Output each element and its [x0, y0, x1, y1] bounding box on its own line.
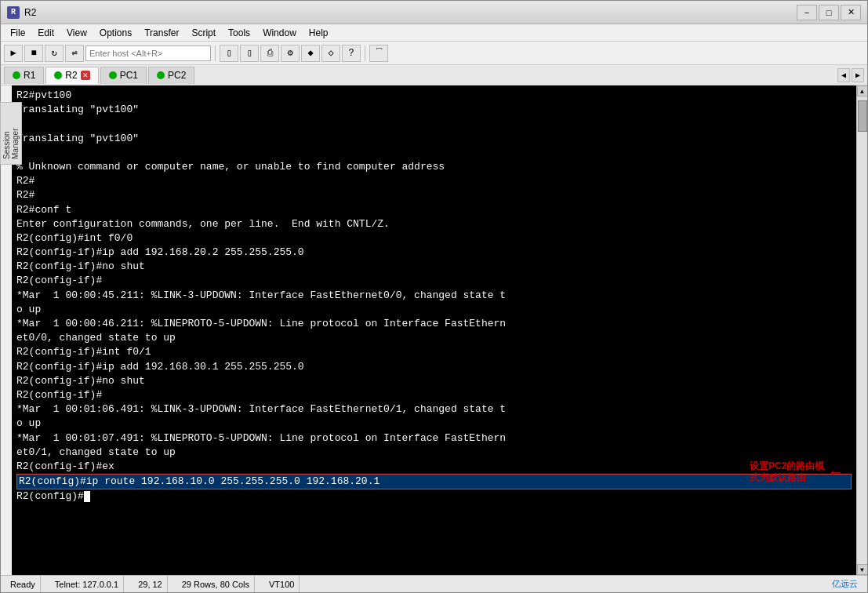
window-controls: − □ ✕ [797, 5, 861, 20]
tab-pc2-label: PC2 [168, 70, 186, 81]
window-title: R2 [24, 7, 797, 18]
host-input[interactable] [85, 45, 211, 61]
toolbar-help[interactable]: ? [342, 45, 361, 62]
toolbar-settings[interactable]: ⚙ [281, 45, 300, 62]
status-rows-cols-text: 29 Rows, 80 Cols [182, 580, 249, 589]
status-logo-text: 亿远云 [832, 578, 858, 590]
terminal-line-22: *Mar 1 00:01:06.491: %LINK-3-UPDOWN: Int… [16, 402, 852, 417]
menu-tools[interactable]: Tools [222, 26, 256, 40]
toolbar-keymap[interactable]: ⎴ [369, 45, 388, 62]
status-vt-text: VT100 [269, 580, 294, 589]
terminal-line-1: Translating "pvt100" [16, 103, 852, 117]
toolbar-button-2[interactable]: ■ [24, 45, 43, 62]
scrollbar-thumb[interactable] [858, 100, 867, 132]
status-position: 29, 12 [133, 576, 168, 592]
terminal-line-27: R2(config)#ip route 192.168.10.0 255.255… [16, 474, 852, 489]
menu-help[interactable]: Help [303, 26, 335, 40]
cursor [84, 491, 90, 502]
tab-pc1-status-icon [109, 71, 117, 79]
toolbar-button-reconnect[interactable]: ⇌ [65, 45, 84, 62]
minimize-button[interactable]: − [797, 5, 817, 20]
terminal-line-18: R2(config-if)#int f0/1 [16, 345, 852, 359]
terminal-line-0: R2#pvt100 [16, 89, 852, 103]
vertical-scrollbar[interactable]: ▲ ▼ [856, 85, 867, 575]
toolbar: ▶ ■ ↻ ⇌ ▯ ▯ ⎙ ⚙ ◆ ◇ ? ⎴ [1, 42, 867, 65]
terminal-line-13: R2(config-if)# [16, 274, 852, 288]
tab-r2-close-icon[interactable]: ✕ [81, 71, 90, 80]
terminal-line-20: R2(config-if)#no shut [16, 374, 852, 388]
scrollbar-track[interactable] [857, 96, 868, 564]
menu-script[interactable]: Script [185, 26, 222, 40]
tab-navigation: ◀ ▶ [837, 68, 864, 82]
annotation-text: 设置PC2的路由模式为默认路由 [750, 460, 828, 485]
status-ready-text: Ready [10, 580, 35, 589]
terminal-line-15: o up [16, 303, 852, 317]
terminal-line-17: et0/0, changed state to up [16, 331, 852, 345]
menu-edit[interactable]: Edit [31, 26, 60, 40]
terminal-line-3: Translating "pvt100" [16, 132, 852, 146]
terminal-line-11: R2(config-if)#ip add 192.168.20.2 255.25… [16, 246, 852, 260]
terminal-area[interactable]: R2#pvt100 Translating "pvt100" Translati… [12, 85, 856, 575]
toolbar-separator-1 [215, 45, 216, 61]
terminal-line-4 [16, 146, 852, 160]
menu-file[interactable]: File [4, 26, 31, 40]
terminal-line-16: *Mar 1 00:00:46.211: %LINEPROTO-5-UPDOWN… [16, 317, 852, 331]
terminal-line-9: Enter configuration commands, one per li… [16, 217, 852, 231]
tab-nav-left[interactable]: ◀ [837, 68, 850, 82]
terminal-line-14: *Mar 1 00:00:45.211: %LINK-3-UPDOWN: Int… [16, 289, 852, 303]
close-button[interactable]: ✕ [841, 5, 861, 20]
session-manager-tab[interactable]: Session Manager [1, 102, 22, 165]
toolbar-paste[interactable]: ▯ [240, 45, 259, 62]
tab-pc1-label: PC1 [120, 70, 138, 81]
toolbar-connect[interactable]: ◆ [301, 45, 320, 62]
menu-options[interactable]: Options [93, 26, 138, 40]
tabs-bar: R1 R2 ✕ PC1 PC2 ◀ ▶ [1, 65, 867, 85]
toolbar-button-1[interactable]: ▶ [4, 45, 23, 62]
tab-pc2-status-icon [157, 71, 165, 79]
status-ready: Ready [5, 576, 41, 592]
toolbar-copy[interactable]: ▯ [220, 45, 238, 62]
toolbar-button-3[interactable]: ↻ [45, 45, 64, 62]
tab-pc2[interactable]: PC2 [148, 67, 194, 84]
status-telnet: Telnet: 127.0.0.1 [50, 576, 124, 592]
tab-r2-status-icon [54, 71, 62, 79]
terminal-line-6: R2# [16, 174, 852, 188]
terminal-line-12: R2(config-if)#no shut [16, 260, 852, 274]
tab-r2-label: R2 [65, 70, 77, 81]
toolbar-separator-2 [365, 45, 365, 61]
scrollbar-down-button[interactable]: ▼ [857, 564, 868, 575]
terminal-line-10: R2(config)#int f0/0 [16, 231, 852, 246]
annotation-arrow-icon: ← [831, 464, 841, 482]
tab-nav-right[interactable]: ▶ [852, 68, 864, 82]
maximize-button[interactable]: □ [819, 5, 839, 20]
terminal-line-24: *Mar 1 00:01:07.491: %LINEPROTO-5-UPDOWN… [16, 431, 852, 446]
status-position-text: 29, 12 [138, 580, 162, 589]
terminal-line-23: o up [16, 417, 852, 431]
scrollbar-up-button[interactable]: ▲ [857, 85, 868, 96]
tab-r1[interactable]: R1 [4, 67, 44, 84]
terminal-line-21: R2(config-if)# [16, 388, 852, 402]
tab-pc1[interactable]: PC1 [100, 67, 147, 84]
terminal-line-25: et0/1, changed state to up [16, 446, 852, 460]
status-telnet-text: Telnet: 127.0.0.1 [55, 580, 118, 589]
terminal-line-2 [16, 117, 852, 131]
menu-view[interactable]: View [60, 26, 93, 40]
terminal-line-19: R2(config-if)#ip add 192.168.30.1 255.25… [16, 360, 852, 374]
terminal-line-5: % Unknown command or computer name, or u… [16, 160, 852, 174]
main-window: R R2 − □ ✕ File Edit View Options Transf… [0, 0, 868, 593]
terminal-line-7: R2# [16, 188, 852, 202]
status-bar: Ready Telnet: 127.0.0.1 29, 12 29 Rows, … [1, 575, 867, 592]
menu-transfer[interactable]: Transfer [138, 26, 185, 40]
toolbar-print[interactable]: ⎙ [260, 45, 279, 62]
annotation-arrow: 设置PC2的路由模式为默认路由 ← [750, 460, 841, 485]
status-logo: 亿远云 [827, 576, 863, 592]
terminal-line-26: R2(config-if)#ex [16, 460, 852, 474]
tab-r2[interactable]: R2 ✕ [45, 67, 98, 84]
title-bar: R R2 − □ ✕ [1, 1, 867, 24]
menu-window[interactable]: Window [256, 26, 303, 40]
tab-r1-label: R1 [24, 70, 35, 81]
status-vt: VT100 [264, 576, 300, 592]
tab-r1-status-icon [13, 71, 20, 79]
terminal-line-28: R2(config)# [16, 489, 852, 504]
toolbar-disconnect[interactable]: ◇ [321, 45, 340, 62]
